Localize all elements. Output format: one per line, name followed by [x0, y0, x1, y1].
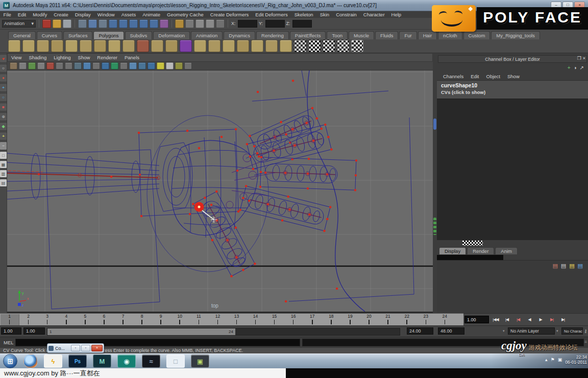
camtasia-icon[interactable]: ◉: [117, 355, 136, 368]
snap-grid-icon[interactable]: [109, 19, 117, 28]
shelf-tab-subdivs[interactable]: Subdivs: [125, 31, 153, 39]
channelbox-menu-item[interactable]: Show: [504, 74, 523, 79]
poly-edit-red-icon[interactable]: [137, 40, 149, 52]
resolution-gate-icon[interactable]: [83, 62, 91, 69]
shelf-tab-curves[interactable]: Curves: [37, 31, 62, 39]
frame-cell[interactable]: 17: [303, 314, 322, 325]
channelbox-menu-item[interactable]: Object: [483, 74, 503, 79]
photoshop-icon[interactable]: Ps: [68, 355, 87, 368]
open-scene-icon[interactable]: [53, 19, 61, 28]
frame-cell[interactable]: 22: [398, 314, 416, 325]
glass-app-icon[interactable]: □: [166, 355, 185, 368]
winamp-icon[interactable]: ϟ: [44, 355, 62, 368]
poly-torus-icon[interactable]: [80, 40, 92, 52]
playback-start-field[interactable]: 1.00: [23, 327, 45, 335]
poly-extrude-icon[interactable]: [251, 40, 263, 52]
frame-cell[interactable]: 8: [133, 314, 152, 325]
character-set-arrow[interactable]: ▾: [556, 329, 558, 333]
dolphin-app-icon[interactable]: ≈: [142, 355, 160, 368]
frame-cell[interactable]: 15: [265, 314, 284, 325]
frame-cell[interactable]: 13: [227, 314, 246, 325]
frame-cell[interactable]: 4: [57, 314, 76, 325]
frame-cell[interactable]: 18: [322, 314, 340, 325]
bookmark-icon[interactable]: [37, 62, 45, 69]
textured-icon[interactable]: [148, 62, 155, 69]
select-camera-icon[interactable]: [10, 62, 17, 69]
menu-item[interactable]: Create: [51, 12, 72, 17]
isolate-select-icon[interactable]: [184, 62, 192, 69]
menu-item[interactable]: Animate: [139, 12, 164, 17]
panel-splitter[interactable]: [433, 53, 437, 313]
channelbox-menu-item[interactable]: Edit: [468, 74, 482, 79]
panel-menu-item[interactable]: Lighting: [50, 55, 74, 60]
snap-curve-icon[interactable]: [119, 19, 128, 28]
menu-item[interactable]: Help: [388, 12, 405, 17]
select-tool-icon[interactable]: ►: [0, 54, 7, 63]
field-chart-icon[interactable]: [102, 62, 109, 69]
viewport-canvas[interactable]: y x z top: [7, 70, 433, 312]
shelf-tab-deformation[interactable]: Deformation: [153, 31, 190, 39]
camcorder-icon[interactable]: ▣: [191, 355, 209, 368]
shelf-tab-surfaces[interactable]: Surfaces: [63, 31, 93, 39]
frame-cell[interactable]: 24: [435, 314, 454, 325]
universal-manip-tool-icon[interactable]: ⊕: [0, 112, 7, 121]
anim-layer-dropdown[interactable]: No Anim Layer: [508, 327, 555, 335]
select-object-icon[interactable]: [88, 19, 97, 28]
channelbox-speed-icon[interactable]: ◑: [574, 65, 577, 70]
cv-show-hint[interactable]: CVs (click to show): [441, 89, 584, 95]
safe-title-icon[interactable]: [120, 62, 128, 69]
save-scene-icon[interactable]: [63, 19, 71, 28]
poly-sphere-icon[interactable]: [8, 40, 20, 52]
menu-set-dropdown[interactable]: Animation▾: [2, 20, 36, 28]
channelbox-scrollbar[interactable]: [433, 119, 436, 130]
uv-snapshot-icon[interactable]: [351, 40, 363, 52]
tray-expand-icon[interactable]: ▴: [545, 357, 548, 362]
maya-taskbar-icon[interactable]: M: [93, 355, 111, 368]
frame-cell[interactable]: 6: [94, 314, 113, 325]
cv-curve-tool-icon[interactable]: ~: [0, 141, 7, 150]
poly-cube-icon[interactable]: [22, 40, 35, 52]
play-backwards-button[interactable]: ◀: [524, 316, 535, 324]
shelf-tab-general[interactable]: General: [8, 31, 36, 39]
new-render-layer-icon[interactable]: ▤: [578, 263, 583, 269]
grid-icon[interactable]: [65, 62, 72, 69]
frame-cell[interactable]: 21: [379, 314, 398, 325]
construction-history-icon[interactable]: [175, 19, 184, 28]
wireframe-icon[interactable]: [129, 62, 137, 69]
menu-item[interactable]: Skeleton: [291, 12, 316, 17]
start-button[interactable]: ⊞: [3, 354, 17, 368]
shelf-tab-fur[interactable]: Fur: [399, 31, 416, 39]
step-back-key-button[interactable]: |◀: [512, 316, 524, 324]
image-plane-icon[interactable]: [46, 62, 54, 69]
poly-combine-icon[interactable]: [223, 40, 235, 52]
frame-cell[interactable]: 16: [284, 314, 303, 325]
frame-cell[interactable]: 20: [359, 314, 378, 325]
anim-start-field[interactable]: 1.00: [1, 327, 21, 335]
poly-helix-icon[interactable]: [122, 40, 135, 52]
time-slider[interactable]: 1 2 3 4 5 6 7: [0, 313, 463, 325]
move-tool-icon[interactable]: +: [0, 83, 7, 92]
close-panel-icon[interactable]: ×: [583, 56, 585, 61]
layout-four-pane-icon[interactable]: ▦: [0, 160, 7, 169]
snap-point-icon[interactable]: [129, 19, 138, 28]
step-forward-frame-button[interactable]: ▶|: [557, 316, 569, 324]
shaded-icon[interactable]: [138, 62, 146, 69]
rotate-tool-icon[interactable]: ○: [0, 93, 7, 102]
shelf-tab-dynamics[interactable]: Dynamics: [224, 31, 255, 39]
poly-bevel-icon[interactable]: [280, 40, 292, 52]
selected-object-name[interactable]: curveShape10: [441, 82, 584, 88]
menu-item[interactable]: Skin: [316, 12, 332, 17]
frame-cell[interactable]: 10: [170, 314, 189, 325]
render-view-icon[interactable]: [185, 19, 194, 28]
recorder-mini-window[interactable]: Co... ▫▫×: [47, 343, 104, 353]
frame-cell[interactable]: 3: [38, 314, 57, 325]
channelbox-header[interactable]: Channel Box / Layer Editor ❐×: [438, 55, 587, 63]
shadows-icon[interactable]: [166, 62, 174, 69]
uv-checker-4-icon[interactable]: [337, 40, 349, 52]
panel-menu-item[interactable]: Shading: [25, 55, 50, 60]
layer-tab-render[interactable]: Render: [467, 247, 494, 254]
render-current-icon[interactable]: [195, 19, 204, 28]
panel-menu-item[interactable]: Renderer: [93, 55, 121, 60]
camera-attributes-icon[interactable]: [28, 62, 36, 69]
layer-sort-icon[interactable]: ▤: [552, 263, 557, 269]
